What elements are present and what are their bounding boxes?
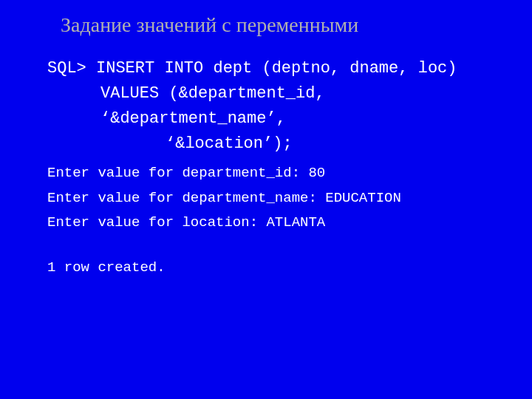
slide-body: SQL> INSERT INTO dept (deptno, dname, lo… (47, 56, 517, 280)
result-line: 1 row created. (47, 256, 517, 280)
prompt-location: Enter value for location: ATLANTA (47, 211, 517, 235)
sql-line-1: SQL> INSERT INTO dept (deptno, dname, lo… (47, 56, 517, 81)
sql-line-2: VALUES (&department_id, ‘&department_nam… (100, 81, 517, 132)
sql-line-3: ‘&location’); (166, 132, 517, 157)
spacer (47, 235, 517, 256)
prompt-dept-id: Enter value for department_id: 80 (47, 161, 517, 185)
prompt-dept-name: Enter value for department_name: EDUCATI… (47, 186, 517, 211)
slide-title: Задание значений с переменными (61, 13, 517, 37)
slide: Задание значений с переменными SQL> INSE… (0, 0, 532, 399)
prompt-block: Enter value for department_id: 80 Enter … (47, 161, 517, 280)
